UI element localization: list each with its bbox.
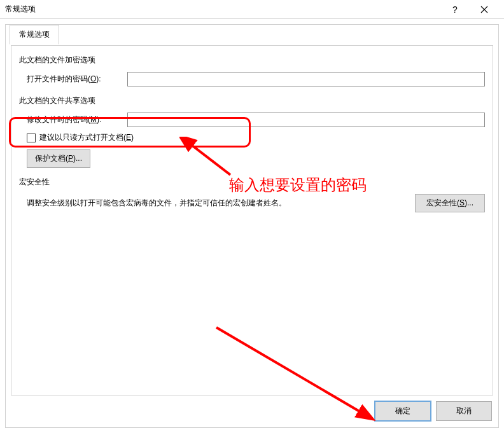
close-icon — [480, 6, 488, 13]
macro-row: 调整安全级别以打开可能包含宏病毒的文件，并指定可信任的宏创建者姓名。 宏安全性(… — [27, 194, 485, 212]
share-section: 此文档的文件共享选项 修改文件时的密码(M): 建议以只读方式打开文档(E) 保… — [19, 95, 485, 168]
share-section-title: 此文档的文件共享选项 — [19, 95, 485, 106]
tab-general[interactable]: 常规选项 — [10, 25, 59, 45]
titlebar-title: 常规选项 — [5, 4, 440, 15]
close-button[interactable] — [470, 0, 499, 19]
tab-strip: 常规选项 — [10, 24, 59, 44]
readonly-label: 建议以只读方式打开文档(E) — [39, 132, 134, 143]
help-button[interactable]: ? — [440, 0, 470, 19]
encrypt-section: 此文档的文件加密选项 打开文件时的密码(O): — [19, 55, 485, 86]
encrypt-section-title: 此文档的文件加密选项 — [19, 55, 485, 65]
readonly-row[interactable]: 建议以只读方式打开文档(E) — [27, 132, 485, 143]
macro-desc: 调整安全级别以打开可能包含宏病毒的文件，并指定可信任的宏创建者姓名。 — [27, 198, 402, 209]
titlebar: 常规选项 ? — [0, 0, 504, 19]
modify-password-label: 修改文件时的密码(M): — [27, 114, 127, 125]
protect-document-button[interactable]: 保护文档(P)... — [27, 149, 90, 168]
cancel-button[interactable]: 取消 — [436, 401, 492, 421]
modify-password-input[interactable] — [127, 113, 485, 127]
ok-button[interactable]: 确定 — [375, 401, 431, 421]
open-password-row: 打开文件时的密码(O): — [27, 72, 485, 86]
readonly-checkbox[interactable] — [27, 134, 36, 142]
dialog-content: 常规选项 此文档的文件加密选项 打开文件时的密码(O): 此文档的文件共享选项 … — [5, 24, 499, 428]
tab-panel: 此文档的文件加密选项 打开文件时的密码(O): 此文档的文件共享选项 修改文件时… — [11, 45, 493, 395]
macro-security-button[interactable]: 宏安全性(S)... — [415, 194, 485, 212]
open-password-input[interactable] — [127, 72, 485, 86]
macro-section: 宏安全性 调整安全级别以打开可能包含宏病毒的文件，并指定可信任的宏创建者姓名。 … — [19, 177, 485, 212]
modify-password-row: 修改文件时的密码(M): — [27, 113, 485, 127]
dialog-footer: 确定 取消 — [375, 401, 492, 421]
open-password-label: 打开文件时的密码(O): — [27, 74, 127, 85]
tab-label: 常规选项 — [19, 30, 50, 39]
macro-section-title: 宏安全性 — [19, 177, 485, 188]
